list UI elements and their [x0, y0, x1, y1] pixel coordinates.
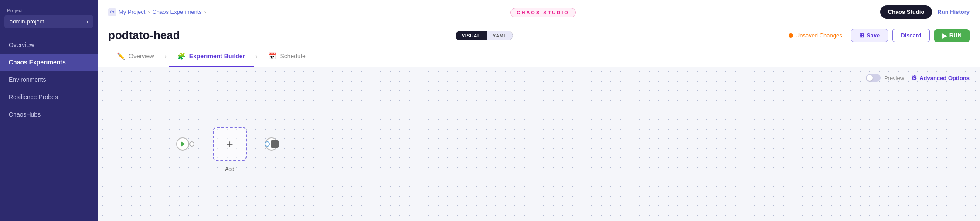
page-title: podtato-head — [108, 29, 180, 42]
project-icon: 🗂 — [108, 8, 116, 16]
end-node-content — [265, 140, 279, 148]
tab-schedule-label: Schedule — [280, 53, 305, 60]
sidebar-item-label: Chaos Experiments — [9, 59, 66, 66]
unsaved-changes-indicator: Unsaved Changes — [789, 32, 842, 39]
tab-schedule[interactable]: 📅 Schedule — [259, 46, 314, 67]
tab-sep-2: › — [255, 53, 258, 60]
add-node-block[interactable]: + — [213, 127, 247, 161]
tab-sep-1: › — [164, 53, 167, 60]
canvas-toolbar: Preview ⚙ Advanced Options — [866, 74, 970, 82]
titlebar: podtato-head VISUAL YAML Unsaved Changes… — [98, 24, 980, 46]
sidebar-item-label: Environments — [9, 76, 46, 83]
flow-diagram: + Add — [176, 127, 278, 161]
save-label: Save — [867, 32, 880, 39]
breadcrumb-chaos-experiments[interactable]: Chaos Experiments — [152, 9, 201, 15]
preview-label: Preview — [884, 75, 904, 81]
sidebar-item-chaos-experiments[interactable]: Chaos Experiments — [0, 54, 98, 71]
sidebar-project-label: Project — [0, 0, 98, 15]
tab-schedule-icon: 📅 — [268, 52, 276, 60]
tab-overview[interactable]: ✏️ Overview — [108, 46, 163, 67]
view-toggle: VISUAL YAML — [456, 31, 513, 40]
tabs-bar: ✏️ Overview › 🧩 Experiment Builder › 📅 S… — [98, 46, 980, 67]
discard-button[interactable]: Discard — [892, 29, 930, 42]
tab-experiment-builder-label: Experiment Builder — [189, 53, 245, 60]
advanced-options-icon: ⚙ — [911, 74, 917, 82]
canvas-area: Preview ⚙ Advanced Options + — [98, 67, 980, 221]
advanced-options-label: Advanced Options — [919, 75, 970, 81]
titlebar-center: VISUAL YAML — [456, 31, 513, 40]
run-play-icon: ▶ — [942, 32, 947, 39]
header-actions: Chaos Studio Run History — [880, 5, 970, 19]
breadcrumb-sep-1: › — [148, 9, 150, 15]
project-selector[interactable]: admin-project › — [4, 15, 93, 28]
breadcrumb-sep-2: › — [204, 9, 206, 15]
tab-overview-icon: ✏️ — [117, 52, 125, 60]
end-connector — [248, 137, 278, 151]
sidebar-item-label: ChaosHubs — [9, 111, 41, 118]
connector-line-2 — [248, 144, 265, 144]
unsaved-label: Unsaved Changes — [796, 32, 842, 39]
end-connector-dot — [265, 141, 270, 147]
run-button[interactable]: ▶ RUN — [934, 29, 970, 42]
main-content: 🗂 My Project › Chaos Experiments › CHAOS… — [98, 0, 980, 221]
sidebar-item-environments[interactable]: Environments — [0, 71, 98, 88]
view-visual-button[interactable]: VISUAL — [456, 31, 487, 40]
preview-toggle: Preview — [866, 74, 904, 82]
topbar: 🗂 My Project › Chaos Experiments › CHAOS… — [98, 0, 980, 24]
sidebar-item-overview[interactable]: Overview — [0, 36, 98, 54]
chaos-studio-logo: CHAOS STUDIO — [510, 8, 576, 16]
preview-toggle-switch[interactable] — [866, 74, 881, 82]
start-connector-dot — [189, 141, 194, 147]
start-play-icon — [181, 141, 185, 147]
add-node-label: Add — [225, 166, 234, 172]
end-circle — [265, 137, 278, 151]
tab-overview-label: Overview — [129, 53, 154, 60]
breadcrumb-my-project[interactable]: My Project — [119, 9, 145, 15]
breadcrumb: 🗂 My Project › Chaos Experiments › — [108, 8, 206, 16]
start-circle — [176, 137, 189, 151]
sidebar: Project admin-project › Overview Chaos E… — [0, 0, 98, 221]
sidebar-item-chaoshubs[interactable]: ChaosHubs — [0, 106, 98, 123]
run-history-button[interactable]: Run History — [937, 9, 970, 15]
chaos-studio-logo-text: CHAOS STUDIO — [510, 8, 576, 17]
sidebar-item-resilience-probes[interactable]: Resilience Probes — [0, 88, 98, 106]
add-plus-icon: + — [226, 138, 233, 150]
sidebar-item-label: Overview — [9, 41, 34, 48]
run-label: RUN — [949, 32, 962, 39]
project-name: admin-project — [10, 18, 44, 25]
stop-icon — [271, 140, 279, 148]
advanced-options-button[interactable]: ⚙ Advanced Options — [911, 74, 970, 82]
tab-experiment-builder-icon: 🧩 — [177, 52, 186, 60]
save-button[interactable]: ⊞ Save — [851, 29, 888, 42]
add-node-wrapper: + Add — [212, 127, 248, 161]
view-yaml-button[interactable]: YAML — [487, 31, 513, 40]
titlebar-actions: ⊞ Save Discard ▶ RUN — [851, 29, 970, 42]
save-icon: ⊞ — [859, 32, 864, 39]
unsaved-dot-icon — [789, 33, 793, 38]
tab-experiment-builder[interactable]: 🧩 Experiment Builder — [169, 46, 254, 67]
chevron-right-icon: › — [86, 19, 88, 25]
connector-line-1 — [194, 144, 212, 144]
flow-start-node — [176, 137, 212, 151]
chaos-studio-button[interactable]: Chaos Studio — [880, 5, 932, 19]
sidebar-item-label: Resilience Probes — [9, 94, 58, 100]
